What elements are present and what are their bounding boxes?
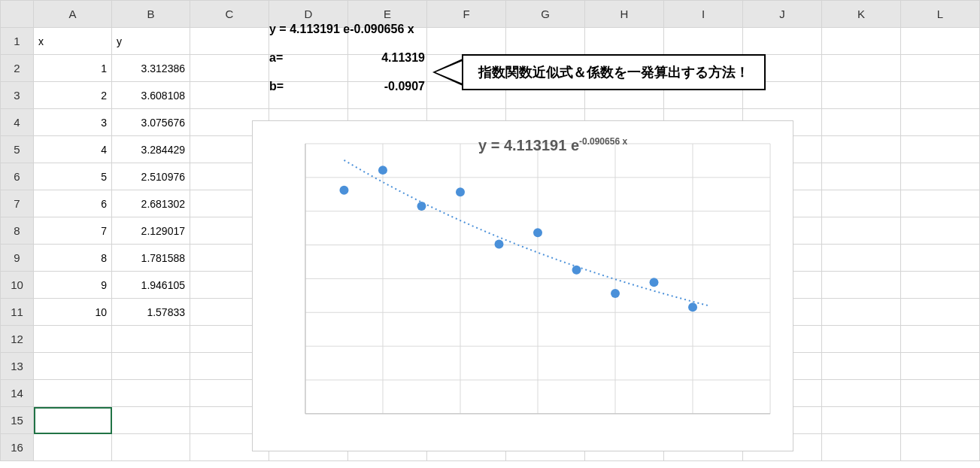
- row-header-9[interactable]: 9: [1, 245, 34, 272]
- cell-L2[interactable]: [901, 55, 980, 82]
- cell-B11[interactable]: 1.57833: [112, 299, 190, 326]
- cell-B1[interactable]: y: [112, 28, 190, 55]
- row-header-16[interactable]: 16: [1, 434, 34, 461]
- cell-C3[interactable]: [190, 82, 269, 109]
- cell-A11[interactable]: 10: [34, 299, 112, 326]
- cell-A13[interactable]: [34, 353, 112, 380]
- col-header-K[interactable]: K: [822, 1, 901, 28]
- cell-L7[interactable]: [901, 190, 980, 217]
- cell-K5[interactable]: [822, 136, 901, 163]
- col-header-C[interactable]: C: [190, 1, 269, 28]
- cell-K16[interactable]: [822, 434, 901, 461]
- cell-K14[interactable]: [822, 380, 901, 407]
- cell-I1[interactable]: [664, 28, 743, 55]
- cell-L11[interactable]: [901, 299, 980, 326]
- cell-B2[interactable]: 3.312386: [112, 55, 190, 82]
- cell-K1[interactable]: [822, 28, 901, 55]
- cell-A10[interactable]: 9: [34, 272, 112, 299]
- cell-A8[interactable]: 7: [34, 217, 112, 245]
- cell-C2[interactable]: [190, 55, 269, 82]
- cell-B4[interactable]: 3.075676: [112, 109, 190, 136]
- cell-K7[interactable]: [822, 190, 901, 217]
- cell-H1[interactable]: [585, 28, 664, 55]
- cell-A1[interactable]: x: [34, 28, 112, 55]
- cell-L8[interactable]: [901, 217, 980, 245]
- cell-A12[interactable]: [34, 326, 112, 353]
- cell-A4[interactable]: 3: [34, 109, 112, 136]
- cell-L15[interactable]: [901, 407, 980, 434]
- cell-A7[interactable]: 6: [34, 190, 112, 217]
- scatter-chart[interactable]: 00.511.522.533.54024681012 y = 4.113191 …: [252, 120, 793, 451]
- cell-K9[interactable]: [822, 245, 901, 272]
- row-header-4[interactable]: 4: [1, 109, 34, 136]
- cell-L6[interactable]: [901, 163, 980, 190]
- cell-L1[interactable]: [901, 28, 980, 55]
- cell-J1[interactable]: [743, 28, 822, 55]
- row-header-15[interactable]: 15: [1, 407, 34, 434]
- cell-B10[interactable]: 1.946105: [112, 272, 190, 299]
- cell-B14[interactable]: [112, 380, 190, 407]
- cell-L3[interactable]: [901, 82, 980, 109]
- select-all-corner[interactable]: [1, 1, 34, 28]
- cell-A9[interactable]: 8: [34, 245, 112, 272]
- cell-K6[interactable]: [822, 163, 901, 190]
- cell-L4[interactable]: [901, 109, 980, 136]
- cell-L14[interactable]: [901, 380, 980, 407]
- cell-A3[interactable]: 2: [34, 82, 112, 109]
- cell-A6[interactable]: 5: [34, 163, 112, 190]
- cell-L9[interactable]: [901, 245, 980, 272]
- cell-A16[interactable]: [34, 434, 112, 461]
- row-header-8[interactable]: 8: [1, 217, 34, 245]
- cell-K4[interactable]: [822, 109, 901, 136]
- cell-B12[interactable]: [112, 326, 190, 353]
- row-header-2[interactable]: 2: [1, 55, 34, 82]
- row-header-3[interactable]: 3: [1, 82, 34, 109]
- cell-B13[interactable]: [112, 353, 190, 380]
- cell-K15[interactable]: [822, 407, 901, 434]
- col-header-A[interactable]: A: [34, 1, 112, 28]
- cell-A2[interactable]: 1: [34, 55, 112, 82]
- cell-K2[interactable]: [822, 55, 901, 82]
- cell-L5[interactable]: [901, 136, 980, 163]
- col-header-I[interactable]: I: [664, 1, 743, 28]
- cell-K13[interactable]: [822, 353, 901, 380]
- row-header-11[interactable]: 11: [1, 299, 34, 326]
- row-header-10[interactable]: 10: [1, 272, 34, 299]
- row-header-5[interactable]: 5: [1, 136, 34, 163]
- cell-B3[interactable]: 3.608108: [112, 82, 190, 109]
- cell-K10[interactable]: [822, 272, 901, 299]
- cell-B5[interactable]: 3.284429: [112, 136, 190, 163]
- col-header-L[interactable]: L: [901, 1, 980, 28]
- cell-B9[interactable]: 1.781588: [112, 245, 190, 272]
- cell-A15[interactable]: [34, 407, 112, 434]
- row-header-1[interactable]: 1: [1, 28, 34, 55]
- col-header-G[interactable]: G: [506, 1, 585, 28]
- cell-L12[interactable]: [901, 326, 980, 353]
- row-header-6[interactable]: 6: [1, 163, 34, 190]
- col-header-F[interactable]: F: [427, 1, 506, 28]
- cell-B15[interactable]: [112, 407, 190, 434]
- col-header-J[interactable]: J: [743, 1, 822, 28]
- cell-B6[interactable]: 2.510976: [112, 163, 190, 190]
- cell-K11[interactable]: [822, 299, 901, 326]
- col-header-H[interactable]: H: [585, 1, 664, 28]
- row-header-14[interactable]: 14: [1, 380, 34, 407]
- cell-B7[interactable]: 2.681302: [112, 190, 190, 217]
- cell-A5[interactable]: 4: [34, 136, 112, 163]
- cell-C1[interactable]: [190, 28, 269, 55]
- cell-L16[interactable]: [901, 434, 980, 461]
- cell-K3[interactable]: [822, 82, 901, 109]
- cell-B16[interactable]: [112, 434, 190, 461]
- cell-L13[interactable]: [901, 353, 980, 380]
- row-header-12[interactable]: 12: [1, 326, 34, 353]
- row-header-13[interactable]: 13: [1, 353, 34, 380]
- cell-K8[interactable]: [822, 217, 901, 245]
- cell-B8[interactable]: 2.129017: [112, 217, 190, 245]
- col-header-B[interactable]: B: [112, 1, 190, 28]
- cell-L10[interactable]: [901, 272, 980, 299]
- cell-F1[interactable]: [427, 28, 506, 55]
- row-header-7[interactable]: 7: [1, 190, 34, 217]
- cell-K12[interactable]: [822, 326, 901, 353]
- cell-G1[interactable]: [506, 28, 585, 55]
- cell-A14[interactable]: [34, 380, 112, 407]
